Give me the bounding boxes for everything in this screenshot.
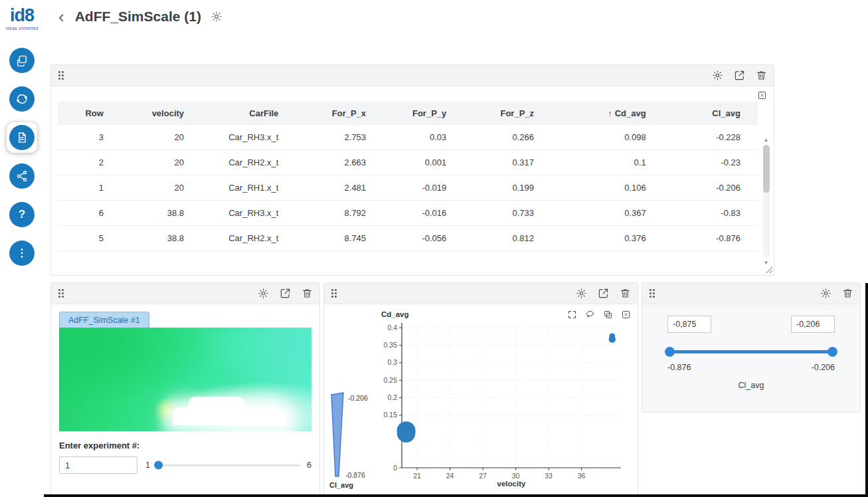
- table-cell: 0.317: [464, 150, 551, 175]
- scatter-plot[interactable]: 00.150.20.250.30.350.4212427303336: [365, 318, 631, 492]
- range-slider-handle-max[interactable]: [827, 347, 837, 357]
- more-button[interactable]: [9, 241, 35, 266]
- lasso-select-button[interactable]: [585, 310, 595, 320]
- table-cell: 0.098: [551, 125, 663, 150]
- document-icon: [15, 131, 29, 144]
- table-row[interactable]: 638.8Car_RH3.x_t8.792-0.0160.7330.367-0.…: [58, 201, 758, 226]
- drag-handle-icon[interactable]: [331, 288, 337, 298]
- share-network-icon: [15, 169, 29, 183]
- viewer-widget-body: AdFF_SimScale #1 Enter experiment #: 1 6: [51, 304, 319, 496]
- column-header-row[interactable]: Row: [58, 102, 121, 125]
- scroll-down-icon[interactable]: ▼: [764, 260, 769, 266]
- copy-view-button[interactable]: [603, 310, 613, 320]
- logo-subtext: ideas unlimited: [0, 26, 44, 31]
- trash-icon: [842, 288, 853, 299]
- experiment-number-input[interactable]: [59, 456, 137, 474]
- column-label: Cd_avg: [615, 108, 646, 118]
- sidebar-item-documents[interactable]: [7, 122, 37, 153]
- column-header-for-p-z[interactable]: For_P_z: [464, 102, 551, 125]
- sidebar-item-workspaces[interactable]: [7, 45, 37, 76]
- drag-handle-icon[interactable]: [58, 70, 64, 80]
- table-cell: 8.792: [296, 201, 383, 226]
- page-settings-button[interactable]: [211, 11, 222, 23]
- trash-icon: [756, 70, 767, 81]
- table-cell: 0.03: [383, 125, 464, 150]
- workflows-button[interactable]: [9, 86, 35, 112]
- widget-settings-button[interactable]: [820, 288, 831, 299]
- open-external-button[interactable]: [598, 288, 609, 299]
- help-button[interactable]: ?: [9, 202, 35, 227]
- documents-button[interactable]: [9, 125, 35, 150]
- table-row[interactable]: 320Car_RH3.x_t2.7530.030.2660.098-0.228: [58, 125, 758, 150]
- drag-handle-icon[interactable]: [58, 288, 64, 298]
- back-button[interactable]: ‹: [57, 9, 66, 24]
- open-external-button[interactable]: [280, 288, 291, 299]
- open-external-button[interactable]: [734, 70, 745, 81]
- column-header-cl-avg[interactable]: Cl_avg: [663, 102, 758, 125]
- expand-button[interactable]: [621, 310, 631, 320]
- slider-min-label: 1: [145, 460, 150, 470]
- viewer-widget-header: [51, 283, 319, 304]
- sidebar: id8 ideas unlimited: [0, 0, 44, 497]
- delete-widget-button[interactable]: [302, 288, 313, 299]
- table-cell: 6: [58, 201, 121, 226]
- widget-settings-button[interactable]: [712, 70, 723, 81]
- table-row[interactable]: 120Car_RH1.x_t2.481-0.0190.1990.106-0.20…: [58, 175, 758, 201]
- fit-view-button[interactable]: [567, 310, 577, 320]
- column-header-carfile[interactable]: CarFile: [201, 102, 296, 125]
- svg-text:0.4: 0.4: [387, 324, 397, 332]
- external-link-icon: [734, 70, 745, 81]
- range-min-input[interactable]: [667, 316, 711, 333]
- box-x-icon: [621, 310, 631, 320]
- slider-handle[interactable]: [154, 461, 163, 470]
- share-button[interactable]: [9, 163, 35, 189]
- range-slider-handle-min[interactable]: [665, 347, 675, 357]
- svg-text:36: 36: [578, 472, 586, 480]
- table-cell: 5: [58, 226, 121, 251]
- table-cell: 8.745: [296, 226, 383, 251]
- column-header-velocity[interactable]: velocity: [121, 102, 201, 125]
- sidebar-item-share[interactable]: [7, 161, 37, 191]
- expand-button[interactable]: [757, 90, 767, 100]
- table-row[interactable]: 538.8Car_RH2.x_t8.745-0.0560.8120.376-0.…: [58, 226, 758, 251]
- sidebar-item-help[interactable]: ?: [7, 199, 37, 230]
- widget-settings-button[interactable]: [576, 288, 587, 299]
- help-icon: ?: [19, 208, 25, 221]
- workspaces-button[interactable]: [9, 48, 35, 73]
- range-slider-track[interactable]: [669, 350, 833, 353]
- resize-handle[interactable]: [766, 266, 773, 274]
- trash-icon: [620, 288, 631, 299]
- scroll-up-icon[interactable]: ▲: [764, 137, 769, 144]
- table-cell: 20: [121, 150, 201, 175]
- svg-text:0.35: 0.35: [384, 341, 398, 349]
- column-header-for-p-y[interactable]: For_P_y: [383, 102, 464, 125]
- table-cell: -0.019: [383, 175, 464, 201]
- table-header-row: Row velocity CarFile For_P_x For_P_y For…: [58, 102, 758, 125]
- widget-settings-button[interactable]: [258, 288, 269, 299]
- chart-widget-header: [324, 283, 638, 304]
- app-logo[interactable]: id8 ideas unlimited: [0, 7, 44, 31]
- table-scrollbar[interactable]: ▲ ▼: [762, 137, 770, 266]
- slider-track[interactable]: [157, 464, 300, 466]
- sidebar-item-more[interactable]: [7, 238, 37, 268]
- drag-handle-icon[interactable]: [649, 288, 655, 298]
- scrollbar-track[interactable]: [763, 145, 770, 258]
- table-cell: 20: [121, 175, 201, 201]
- delete-widget-button[interactable]: [842, 288, 853, 299]
- sidebar-item-workflows[interactable]: [7, 84, 37, 114]
- table-cell: Car_RH3.x_t: [201, 125, 296, 150]
- gear-icon: [211, 11, 222, 23]
- scrollbar-thumb[interactable]: [763, 145, 770, 193]
- range-max-input[interactable]: [791, 316, 835, 333]
- svg-text:0.3: 0.3: [387, 358, 397, 366]
- experiment-tab[interactable]: AdFF_SimScale #1: [59, 312, 149, 328]
- cfd-result-image: [59, 328, 311, 431]
- column-header-for-p-x[interactable]: For_P_x: [296, 102, 383, 125]
- table-cell: 3: [58, 125, 121, 150]
- svg-text:0: 0: [393, 464, 397, 472]
- delete-widget-button[interactable]: [756, 70, 767, 81]
- table-row[interactable]: 220Car_RH2.x_t2.6630.0010.3170.1-0.23: [58, 150, 758, 175]
- simulation-viewer-widget: AdFF_SimScale #1 Enter experiment #: 1 6: [50, 282, 320, 497]
- column-header-cd-avg[interactable]: ↑Cd_avg: [551, 102, 663, 125]
- delete-widget-button[interactable]: [620, 288, 631, 299]
